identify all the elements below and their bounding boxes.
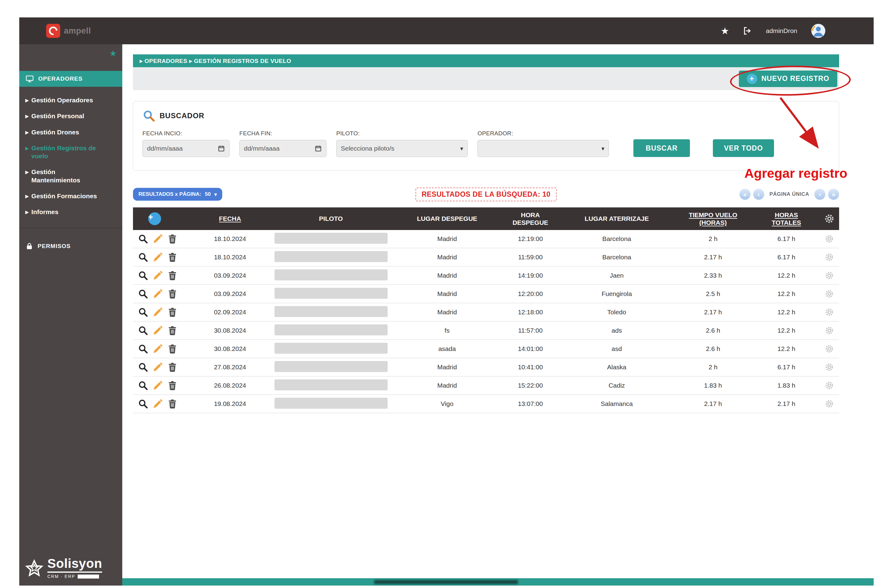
edit-icon[interactable] <box>152 399 163 409</box>
edit-icon[interactable] <box>152 307 163 317</box>
solisyon-logo-sub: CRM · ERP <box>47 574 75 579</box>
cell-tiempo-vuelo: 2.6 h <box>672 322 754 340</box>
plus-icon: + <box>747 74 757 84</box>
view-icon[interactable] <box>138 380 148 391</box>
cell-horas-totales: 6.17 h <box>754 230 819 248</box>
edit-icon[interactable] <box>152 325 163 336</box>
sidebar-item-6[interactable]: ▸Informes <box>19 204 122 220</box>
column-header-6[interactable]: HORAS TOTALES <box>754 207 819 230</box>
search-results-count: RESULTADOS DE LA BÚSQUEDA: 10 <box>415 188 557 201</box>
column-header-0[interactable]: FECHA <box>193 207 268 230</box>
table-row: 19.08.2024 Vigo 13:07:00 Salamanca 2.17 … <box>133 395 839 413</box>
sidebar-item-permisos[interactable]: PERMISOS <box>19 242 122 250</box>
nuevo-registro-button[interactable]: + NUEVO REGISTRO <box>739 70 837 87</box>
settings-header[interactable] <box>819 207 839 230</box>
solisyon-star-icon <box>24 559 44 579</box>
operador-select[interactable]: ▾ <box>477 140 609 157</box>
column-header-4[interactable]: LUGAR ATERRIZAJE <box>561 207 672 230</box>
ver-todo-button[interactable]: VER TODO <box>713 139 774 157</box>
row-gear-icon[interactable] <box>825 234 834 243</box>
sidebar-item-0[interactable]: ▸Gestión Operadores <box>19 92 122 108</box>
row-gear-icon[interactable] <box>825 271 834 280</box>
add-row-icon[interactable]: + <box>148 212 161 225</box>
view-icon[interactable] <box>138 234 148 244</box>
row-gear-icon[interactable] <box>825 326 834 335</box>
gear-icon[interactable] <box>824 213 835 224</box>
next-page-icon[interactable]: › <box>814 189 825 200</box>
row-gear-icon[interactable] <box>825 344 834 353</box>
actions-header: + <box>133 207 193 230</box>
sidebar-item-2[interactable]: ▸Gestión Drones <box>19 124 122 140</box>
delete-icon[interactable] <box>167 252 177 262</box>
view-icon[interactable] <box>138 344 148 354</box>
edit-icon[interactable] <box>152 344 163 354</box>
cell-fecha: 03.09.2024 <box>193 267 268 285</box>
sidebar-item-4[interactable]: ▸Gestión Mantenimientos <box>19 164 122 188</box>
brand-text: ampell <box>64 26 91 36</box>
cell-fecha: 19.08.2024 <box>193 395 268 413</box>
edit-icon[interactable] <box>152 234 163 244</box>
cell-actions <box>133 340 193 358</box>
delete-icon[interactable] <box>167 325 177 336</box>
column-header-1[interactable]: PILOTO <box>268 207 394 230</box>
view-icon[interactable] <box>138 362 148 372</box>
view-icon[interactable] <box>138 289 148 299</box>
fecha-inicio-input[interactable]: dd/mm/aaaa <box>143 140 230 157</box>
calendar-icon[interactable] <box>314 145 322 152</box>
view-icon[interactable] <box>138 399 148 409</box>
cell-piloto <box>268 303 394 322</box>
cell-lugar-aterrizaje: Alaska <box>561 358 672 376</box>
cell-fecha: 03.09.2024 <box>193 285 268 303</box>
delete-icon[interactable] <box>167 234 177 244</box>
first-page-icon[interactable]: « <box>740 189 751 200</box>
sidebar-item-5[interactable]: ▸Gestión Formaciones <box>19 188 122 204</box>
delete-icon[interactable] <box>167 380 177 391</box>
fecha-fin-input[interactable]: dd/mm/aaaa <box>239 140 326 157</box>
cell-lugar-despegue: asada <box>394 340 500 358</box>
delete-icon[interactable] <box>167 307 177 317</box>
delete-icon[interactable] <box>167 344 177 354</box>
avatar[interactable] <box>811 23 826 39</box>
sidebar-section-operadores[interactable]: OPERADORES <box>19 71 122 87</box>
delete-icon[interactable] <box>167 399 177 409</box>
cell-tiempo-vuelo: 2 h <box>672 230 754 248</box>
piloto-select[interactable]: Selecciona piloto/s ▾ <box>336 140 468 157</box>
column-header-2[interactable]: LUGAR DESPEGUE <box>394 207 500 230</box>
delete-icon[interactable] <box>167 362 177 372</box>
piloto-value: Selecciona piloto/s <box>341 145 394 152</box>
cell-lugar-aterrizaje: Salamanca <box>561 395 672 413</box>
row-gear-icon[interactable] <box>825 308 834 317</box>
delete-icon[interactable] <box>167 289 177 299</box>
edit-icon[interactable] <box>152 362 163 372</box>
edit-icon[interactable] <box>152 380 163 391</box>
buscar-button[interactable]: BUSCAR <box>633 139 690 157</box>
results-per-page-dropdown[interactable]: RESULTADOS x PÁGINA: 50 ▾ <box>133 188 222 201</box>
favorites-star-icon[interactable]: ★ <box>721 26 729 36</box>
row-gear-icon[interactable] <box>825 253 834 262</box>
cell-hora-despegue: 12:18:00 <box>500 303 561 322</box>
last-page-icon[interactable]: » <box>828 189 839 200</box>
view-icon[interactable] <box>138 307 148 317</box>
edit-icon[interactable] <box>152 270 163 281</box>
logout-icon[interactable] <box>743 26 752 36</box>
cell-lugar-despegue: Madrid <box>394 358 500 376</box>
row-gear-icon[interactable] <box>825 289 834 298</box>
view-icon[interactable] <box>138 325 148 336</box>
sidebar-star-icon[interactable]: ★ <box>110 49 117 58</box>
edit-icon[interactable] <box>152 289 163 299</box>
row-gear-icon[interactable] <box>825 363 834 372</box>
column-header-3[interactable]: HORA DESPEGUE <box>500 207 561 230</box>
view-icon[interactable] <box>138 252 148 262</box>
calendar-icon[interactable] <box>218 145 225 152</box>
sidebar-item-1[interactable]: ▸Gestión Personal <box>19 108 122 124</box>
row-gear-icon[interactable] <box>825 399 834 408</box>
table-row: 18.10.2024 Madrid 11:59:00 Barcelona 2.1… <box>133 248 839 267</box>
sidebar-item-3[interactable]: ▸Gestión Registros de vuelo <box>19 140 122 164</box>
delete-icon[interactable] <box>167 270 177 281</box>
edit-icon[interactable] <box>152 252 163 262</box>
column-header-5[interactable]: TIEMPO VUELO (HORAS) <box>672 207 754 230</box>
view-icon[interactable] <box>138 270 148 281</box>
row-gear-icon[interactable] <box>825 381 834 390</box>
chevron-down-icon: ▾ <box>460 145 463 152</box>
prev-page-icon[interactable]: ‹ <box>753 189 764 200</box>
